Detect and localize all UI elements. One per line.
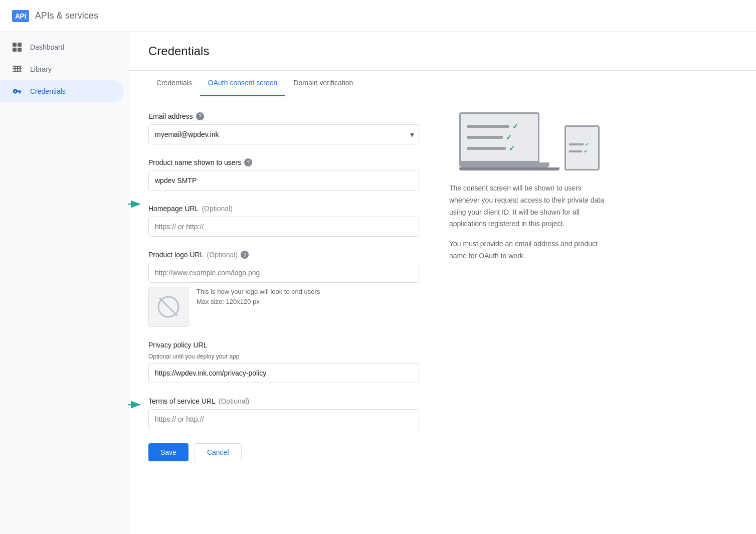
button-row: Save Cancel: [148, 443, 419, 461]
screen-line-2: [467, 136, 503, 139]
svg-line-13: [159, 298, 177, 316]
svg-rect-1: [18, 43, 22, 47]
logo-group: Product logo URL (Optional) ?: [148, 251, 419, 327]
svg-rect-9: [20, 66, 21, 72]
tablet-line-2: [569, 150, 582, 152]
grid-icon: [12, 42, 22, 52]
form-right: ✓ ✓ ✓: [449, 112, 610, 461]
tablet-illustration: ✓ ✓: [564, 125, 600, 170]
email-group: Email address ? myemail@wpdev.ink ▾: [148, 112, 419, 144]
content-area: Credentials Credentials OAuth consent sc…: [128, 32, 756, 534]
screen-line-1: [467, 125, 509, 128]
form-area: Email address ? myemail@wpdev.ink ▾: [128, 96, 756, 477]
privacy-input[interactable]: [148, 363, 419, 383]
tablet-check-2: ✓: [584, 149, 588, 154]
product-name-label: Product name shown to users ?: [148, 158, 419, 166]
svg-rect-2: [13, 48, 17, 52]
main-layout: Dashboard Library Credentia: [0, 32, 756, 534]
logo-help-icon[interactable]: ?: [241, 251, 249, 259]
check-2: ✓: [506, 133, 512, 141]
laptop-screen: ✓ ✓ ✓: [459, 112, 539, 162]
sidebar: Dashboard Library Credentia: [0, 32, 128, 534]
email-select[interactable]: myemail@wpdev.ink: [148, 124, 419, 144]
logo-preview-box: [148, 287, 188, 327]
email-help-icon[interactable]: ?: [196, 112, 204, 120]
logo-label: Product logo URL (Optional) ?: [148, 251, 419, 259]
homepage-input[interactable]: [148, 217, 419, 237]
api-logo-icon: API: [12, 10, 29, 22]
laptop-screen-inner: ✓ ✓ ✓: [461, 114, 538, 161]
top-header: API APIs & services: [0, 0, 756, 32]
screen-row-3: ✓: [467, 144, 532, 152]
description-line1: The consent screen will be shown to user…: [449, 183, 610, 230]
homepage-group: Homepage URL (Optional): [148, 205, 419, 237]
tos-label: Terms of service URL (Optional): [148, 397, 419, 405]
screen-row-2: ✓: [467, 133, 532, 141]
tablet-row-2: ✓: [569, 149, 595, 154]
svg-rect-8: [17, 66, 18, 72]
email-label: Email address ?: [148, 112, 419, 120]
key-icon: [12, 86, 22, 96]
tos-input[interactable]: [148, 409, 419, 429]
app-title: APIs & services: [35, 11, 98, 21]
screen-row-1: ✓: [467, 122, 532, 130]
laptop-bottom: [459, 167, 559, 170]
tab-credentials[interactable]: Credentials: [148, 71, 200, 96]
product-name-input[interactable]: [148, 170, 419, 191]
screen-line-3: [467, 147, 506, 150]
homepage-label: Homepage URL (Optional): [148, 205, 419, 213]
form-left: Email address ? myemail@wpdev.ink ▾: [148, 112, 419, 461]
page-title: Credentials: [148, 44, 736, 58]
logo-info: This is how your logo will look to end u…: [197, 287, 320, 306]
sidebar-item-library[interactable]: Library: [0, 58, 124, 80]
tablet-row-1: ✓: [569, 142, 595, 147]
check-1: ✓: [512, 122, 518, 130]
tablet-line-1: [569, 143, 584, 145]
privacy-label: Privacy policy URL: [148, 341, 419, 349]
privacy-group: Privacy policy URL Optional until you de…: [148, 341, 419, 383]
right-description: The consent screen will be shown to user…: [449, 183, 610, 262]
laptop-base: [459, 162, 549, 167]
svg-rect-7: [15, 66, 16, 72]
tos-group: Terms of service URL (Optional): [148, 397, 419, 429]
check-3: ✓: [509, 144, 515, 152]
device-illustration: ✓ ✓ ✓: [449, 112, 610, 170]
svg-rect-0: [13, 43, 17, 47]
email-select-wrapper: myemail@wpdev.ink ▾: [148, 124, 419, 144]
privacy-sublabel: Optional until you deploy your app: [148, 353, 419, 360]
laptop-illustration: ✓ ✓ ✓: [459, 112, 559, 170]
tablet-check-1: ✓: [585, 142, 589, 147]
arrow-product-name: [128, 194, 148, 214]
product-name-group: Product name shown to users ?: [148, 158, 419, 191]
sidebar-item-library-label: Library: [30, 65, 52, 73]
tab-bar: Credentials OAuth consent screen Domain …: [128, 71, 756, 96]
bars-icon: [12, 64, 22, 74]
save-button[interactable]: Save: [148, 443, 188, 461]
tab-domain[interactable]: Domain verification: [285, 71, 361, 96]
description-line2: You must provide an email address and pr…: [449, 238, 610, 262]
logo-url-input[interactable]: [148, 263, 419, 283]
product-help-icon[interactable]: ?: [244, 158, 252, 166]
no-image-icon: [157, 296, 179, 318]
cancel-button[interactable]: Cancel: [195, 443, 242, 461]
sidebar-item-credentials-label: Credentials: [30, 87, 66, 95]
sidebar-item-dashboard[interactable]: Dashboard: [0, 36, 124, 58]
arrow-privacy: [128, 395, 148, 415]
tablet-inner: ✓ ✓: [566, 127, 598, 169]
sidebar-item-credentials[interactable]: Credentials: [0, 80, 124, 102]
app-logo: API APIs & services: [12, 10, 98, 22]
svg-rect-3: [18, 48, 22, 52]
page-header: Credentials: [128, 44, 756, 71]
tab-oauth[interactable]: OAuth consent screen: [200, 71, 286, 96]
logo-preview-area: This is how your logo will look to end u…: [148, 287, 419, 327]
sidebar-item-dashboard-label: Dashboard: [30, 43, 65, 51]
